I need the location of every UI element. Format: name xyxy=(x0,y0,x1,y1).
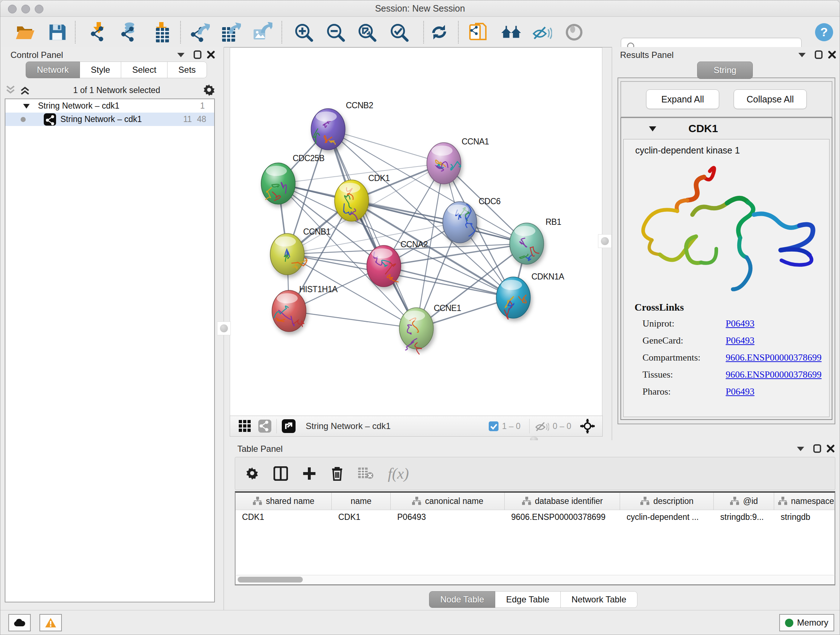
table-row[interactable]: CDK1CDK1P064939606.ENSP00000378699cyclin… xyxy=(235,510,835,524)
undock-panel-icon[interactable] xyxy=(191,49,204,60)
float-panel-icon[interactable] xyxy=(794,443,807,454)
cloud-status-button[interactable] xyxy=(8,614,31,631)
import-network-database-button[interactable] xyxy=(118,22,139,43)
tab-style[interactable]: Style xyxy=(80,62,121,78)
string-view-icon[interactable] xyxy=(258,420,271,432)
delete-table-icon[interactable] xyxy=(358,467,373,480)
zoom-fit-button[interactable] xyxy=(356,22,377,43)
network-node-CCNA1[interactable] xyxy=(427,143,461,184)
help-button[interactable]: ? xyxy=(813,22,835,43)
column-header-name[interactable]: name xyxy=(332,493,391,510)
splitter-handle[interactable] xyxy=(598,234,612,248)
graphics-details-button[interactable] xyxy=(564,22,584,43)
tab-select[interactable]: Select xyxy=(121,62,167,78)
scrollbar-thumb[interactable] xyxy=(238,577,303,583)
table-horizontal-scrollbar[interactable] xyxy=(235,575,835,585)
network-view-canvas[interactable]: CCNB2CCNA1CDC25BCDK1CDC6RB1CCNB1CCNA2CDK… xyxy=(230,48,602,416)
table-cell[interactable]: CDK1 xyxy=(332,510,391,524)
zoom-in-button[interactable] xyxy=(293,22,314,43)
close-panel-icon[interactable] xyxy=(826,49,838,60)
column-header-description[interactable]: description xyxy=(620,493,714,510)
table-cell[interactable]: cyclin-dependent ... xyxy=(620,510,714,524)
table-cell[interactable]: P06493 xyxy=(391,510,505,524)
column-header-namespace[interactable]: namespace xyxy=(774,493,835,510)
memory-button[interactable]: Memory xyxy=(779,614,834,631)
refresh-button[interactable] xyxy=(429,22,450,43)
hidden-eye-icon[interactable] xyxy=(535,420,549,432)
column-header--id[interactable]: @id xyxy=(714,493,774,510)
network-graph[interactable]: CCNB2CCNA1CDC25BCDK1CDC6RB1CCNB1CCNA2CDK… xyxy=(230,48,602,416)
float-panel-icon[interactable] xyxy=(796,49,808,60)
grid-view-icon[interactable] xyxy=(239,420,251,432)
birdseye-icon[interactable] xyxy=(580,418,595,434)
expand-all-icon[interactable] xyxy=(19,85,31,96)
network-node-CDK1[interactable] xyxy=(335,180,369,221)
splitter-handle[interactable] xyxy=(217,321,231,335)
crosslink-value-link[interactable]: 9606.ENSP00000378699 xyxy=(726,352,821,363)
detach-view-icon[interactable] xyxy=(282,419,295,433)
export-image-button[interactable] xyxy=(252,22,273,43)
selected-checkbox-icon[interactable] xyxy=(489,421,499,431)
network-node-CCNA2[interactable] xyxy=(367,245,401,287)
crosslink-value-link[interactable]: P06493 xyxy=(726,386,754,397)
zoom-out-button[interactable] xyxy=(325,22,346,43)
table-cell[interactable]: stringdb xyxy=(774,510,835,524)
network-edge[interactable] xyxy=(289,311,416,328)
crosslink-value-link[interactable]: P06493 xyxy=(726,335,754,346)
table-settings-gear-icon[interactable] xyxy=(245,467,259,480)
crosslink-value-link[interactable]: P06493 xyxy=(726,318,754,329)
column-header-canonical-name[interactable]: canonical name xyxy=(391,493,505,510)
network-node-CCNB1[interactable] xyxy=(270,233,308,275)
tab-edge-table[interactable]: Edge Table xyxy=(495,591,561,608)
table-cell[interactable]: stringdb:9... xyxy=(714,510,774,524)
import-table-button[interactable] xyxy=(150,22,172,43)
export-network-button[interactable] xyxy=(189,22,210,43)
tab-network-table[interactable]: Network Table xyxy=(561,591,638,608)
table-body: CDK1CDK1P064939606.ENSP00000378699cyclin… xyxy=(235,510,835,524)
column-header-database-identifier[interactable]: database identifier xyxy=(505,493,620,510)
table-cell[interactable]: CDK1 xyxy=(235,510,332,524)
collapse-all-button[interactable]: Collapse All xyxy=(734,89,807,109)
warnings-button[interactable] xyxy=(39,614,62,631)
tab-sets[interactable]: Sets xyxy=(167,62,207,78)
undock-panel-icon[interactable] xyxy=(811,443,823,454)
network-node-RB1[interactable] xyxy=(510,223,544,264)
close-panel-icon[interactable] xyxy=(824,443,837,454)
select-columns-icon[interactable] xyxy=(273,466,288,481)
expand-all-button[interactable]: Expand All xyxy=(646,89,719,109)
section-expanded-icon[interactable] xyxy=(649,126,657,132)
hide-selected-button[interactable] xyxy=(531,22,553,43)
crosslink-value-link[interactable]: 9606.ENSP00000378699 xyxy=(726,369,821,380)
network-collection-row[interactable]: String Network – cdk1 1 xyxy=(5,99,214,112)
collapse-all-icon[interactable] xyxy=(5,85,16,96)
function-builder-button[interactable]: f(x) xyxy=(388,465,409,482)
tab-string[interactable]: String xyxy=(697,62,753,79)
zoom-selected-button[interactable] xyxy=(388,22,409,43)
save-session-button[interactable] xyxy=(47,22,68,43)
home-button[interactable] xyxy=(501,22,522,43)
network-node-CDC6[interactable] xyxy=(443,202,477,243)
network-node-CDC25B[interactable] xyxy=(261,163,295,204)
network-node-CCNB2[interactable] xyxy=(311,109,345,150)
network-row-selected[interactable]: String Network – cdk1 11 48 xyxy=(5,112,214,126)
close-panel-icon[interactable] xyxy=(205,49,217,60)
network-node-CDKN1A[interactable] xyxy=(496,277,531,319)
export-table-button[interactable] xyxy=(220,22,241,43)
float-panel-icon[interactable] xyxy=(175,49,187,60)
tab-network[interactable]: Network xyxy=(26,62,80,78)
network-node-HIST1H1A[interactable] xyxy=(272,290,306,332)
table-cell[interactable]: 9606.ENSP00000378699 xyxy=(505,510,620,524)
column-header-shared-name[interactable]: shared name xyxy=(235,493,332,510)
tab-node-table[interactable]: Node Table xyxy=(429,591,495,608)
network-node-CCNE1[interactable] xyxy=(399,308,433,355)
network-edge[interactable] xyxy=(328,129,444,163)
first-neighbors-button[interactable] xyxy=(467,22,488,43)
open-session-button[interactable] xyxy=(14,22,35,43)
tree-expanded-icon[interactable] xyxy=(23,103,30,109)
gear-icon[interactable] xyxy=(202,84,216,97)
gene-section-header[interactable]: CDK1 xyxy=(621,118,832,139)
delete-column-icon[interactable] xyxy=(331,466,344,481)
import-network-file-button[interactable] xyxy=(88,22,109,43)
undock-panel-icon[interactable] xyxy=(813,49,825,60)
add-column-icon[interactable] xyxy=(302,467,316,480)
